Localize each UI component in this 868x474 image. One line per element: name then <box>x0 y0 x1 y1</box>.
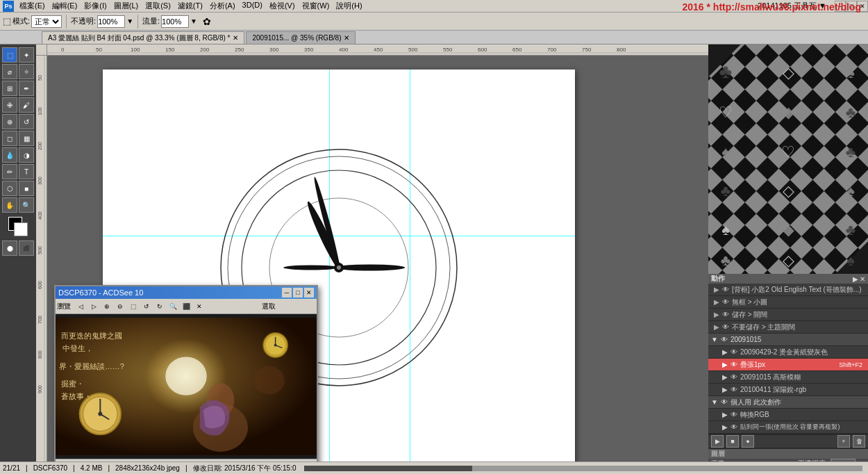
zoom-tool[interactable]: 🔍 <box>19 197 34 213</box>
menu-3d[interactable]: 3D(D) <box>240 1 265 11</box>
crop-tool[interactable]: ⊞ <box>2 81 17 96</box>
action-group-2-eye[interactable]: 👁 <box>722 298 729 306</box>
screen-mode-icon[interactable]: ⬛ <box>19 240 34 256</box>
new-action-button[interactable]: + <box>837 435 850 448</box>
menu-layer[interactable]: 圖層(L) <box>111 1 141 11</box>
pen-tool[interactable]: ✏ <box>2 164 17 179</box>
acdsee-btn-10[interactable]: ✕ <box>193 300 206 313</box>
group-person-eye[interactable]: 👁 <box>721 398 728 406</box>
blur-tool[interactable]: 💧 <box>2 147 17 163</box>
acdsee-minimize[interactable]: ─ <box>282 288 292 297</box>
tab-close-secondary[interactable]: ✕ <box>344 34 349 42</box>
action-item-20090429[interactable]: ▶ 👁 20090429-2 燙金黃紙變灰色 <box>708 346 868 359</box>
menu-file[interactable]: 檔案(E) <box>17 1 48 11</box>
acdsee-titlebar[interactable]: DSCP6370 - ACDSee 10 ─ □ ✕ <box>56 286 317 299</box>
action-group-4-eye[interactable]: 👁 <box>722 323 729 331</box>
acdsee-btn-1[interactable]: ◁ <box>74 300 87 313</box>
record-button[interactable]: ● <box>742 435 754 448</box>
layers-opacity-icon[interactable]: ▼ <box>858 460 865 462</box>
menu-window[interactable]: 視窗(W) <box>299 1 333 11</box>
shape-tool[interactable]: ■ <box>19 181 34 196</box>
layers-opacity-input[interactable] <box>831 459 856 461</box>
airbrush-icon[interactable]: ✿ <box>203 16 211 27</box>
menu-select[interactable]: 選取(S) <box>142 1 174 11</box>
play-button[interactable]: ▶ <box>711 435 724 448</box>
healing-brush[interactable]: ✙ <box>2 97 17 113</box>
item-20090429-eye[interactable]: 👁 <box>731 348 737 356</box>
menu-help[interactable]: 說明(H) <box>333 1 365 11</box>
panel-action-buttons[interactable]: ▶ ✕ <box>853 275 865 283</box>
acdsee-btn-5[interactable]: ⬚ <box>127 300 140 313</box>
selection-tool[interactable]: ⬚ <box>2 47 17 63</box>
action-group-3[interactable]: ▶ 👁 儲存 > 開闊 <box>708 309 868 321</box>
action-tab[interactable]: 動作 <box>711 274 725 284</box>
acdsee-image-area[interactable]: 而更迭的鬼牌之國 中發生， 界・愛麗絲談……? 掘蜜・ 蒼故事・ <box>56 314 317 459</box>
delete-action-button[interactable]: 🗑 <box>853 435 865 448</box>
quick-mask-icon[interactable]: ⬤ <box>2 240 17 256</box>
dodge-tool[interactable]: ◑ <box>19 147 34 163</box>
panel-close-icon[interactable]: ✕ <box>860 275 865 283</box>
acdsee-close[interactable]: ✕ <box>304 288 314 297</box>
brush-tool[interactable]: 🖌 <box>19 97 34 113</box>
acdsee-window-controls[interactable]: ─ □ ✕ <box>282 288 314 297</box>
action-group-person[interactable]: ▼ 👁 個人用 此次創作 <box>708 396 868 409</box>
main-menu[interactable]: 檔案(E) 編輯(E) 影像(I) 圖層(L) 選取(S) 濾鏡(T) 分析(A… <box>17 1 365 11</box>
acdsee-btn-9[interactable]: ⬛ <box>180 300 192 313</box>
menu-view[interactable]: 檢視(V) <box>267 1 298 11</box>
history-brush[interactable]: ↺ <box>19 114 34 129</box>
action-group-4[interactable]: ▶ 👁 不要儲存 > 主題開闊 <box>708 321 868 334</box>
tab-close-main[interactable]: ✕ <box>233 34 238 42</box>
magic-wand[interactable]: ✧ <box>19 64 34 79</box>
lasso-tool[interactable]: ⌀ <box>2 64 17 79</box>
action-group-3-eye[interactable]: 👁 <box>722 311 729 318</box>
opacity-icon[interactable]: ▼ <box>126 17 133 25</box>
item-20091015-eye[interactable]: 👁 <box>731 373 737 381</box>
mode-select[interactable]: 正常 <box>31 15 62 28</box>
eyedropper-tool[interactable]: ✒ <box>19 81 34 96</box>
color-swatch[interactable] <box>8 217 28 236</box>
menu-edit[interactable]: 編輯(E) <box>49 1 81 11</box>
canvas-content[interactable]: DSCP6370 - ACDSee 10 ─ □ ✕ 瀏覽 ◁ ▷ ⊕ ⊖ ⬚ … <box>47 56 708 461</box>
tab-main-doc[interactable]: A3 愛麗絲 貼到 B4 封面 04.psd @ 33.3% (圖層 8, RG… <box>42 31 244 44</box>
acdsee-btn-4[interactable]: ⊖ <box>114 300 126 313</box>
item-20100411-eye[interactable]: 👁 <box>731 386 737 393</box>
stop-button[interactable]: ■ <box>726 435 739 448</box>
path-tool[interactable]: ⬡ <box>2 181 17 196</box>
acdsee-btn-2[interactable]: ▷ <box>87 300 100 313</box>
move-tool[interactable]: ✦ <box>19 47 34 63</box>
acdsee-btn-3[interactable]: ⊕ <box>101 300 113 313</box>
item-paste-eye[interactable]: 👁 <box>731 423 737 431</box>
action-item-20091015[interactable]: ▶ 👁 20091015 高斯模糊 <box>708 371 868 384</box>
menu-image[interactable]: 影像(I) <box>81 1 109 11</box>
action-item-convert-rgb[interactable]: ▶ 👁 轉換RGB <box>708 409 868 421</box>
flow-input[interactable] <box>161 15 189 28</box>
acdsee-btn-7[interactable]: ↻ <box>153 300 166 313</box>
action-item-paste[interactable]: ▶ 👁 貼到同一張(使用批次 容量要再複製) <box>708 421 868 434</box>
opacity-input[interactable] <box>97 15 125 28</box>
menu-filter[interactable]: 濾鏡(T) <box>175 1 206 11</box>
panel-menu-icon[interactable]: ▶ <box>853 275 858 283</box>
item-die-eye[interactable]: 👁 <box>731 361 737 368</box>
action-item-die-1px[interactable]: ▶ 👁 疊張1px Shift+F2 <box>708 359 868 371</box>
item-rgb-eye[interactable]: 👁 <box>731 411 737 418</box>
background-color[interactable] <box>14 222 28 236</box>
acdsee-maximize[interactable]: □ <box>293 288 303 297</box>
acdsee-window[interactable]: DSCP6370 - ACDSee 10 ─ □ ✕ 瀏覽 ◁ ▷ ⊕ ⊖ ⬚ … <box>54 285 318 461</box>
action-item-20100411[interactable]: ▶ 👁 20100411 深陽銳-rgb <box>708 384 868 396</box>
hand-tool[interactable]: ✋ <box>2 197 17 213</box>
group-2009-eye[interactable]: 👁 <box>721 336 728 343</box>
gradient-tool[interactable]: ▦ <box>19 131 34 146</box>
clone-tool[interactable]: ⊕ <box>2 114 17 129</box>
action-group-2009[interactable]: ▼ 👁 20091015 <box>708 334 868 346</box>
eraser-tool[interactable]: ◻ <box>2 131 17 146</box>
action-group-1-eye[interactable]: 👁 <box>722 286 729 293</box>
action-group-1[interactable]: ▶ 👁 [背框] 小匙2 Old English Text (哥德裝飾...) <box>708 284 868 296</box>
text-tool[interactable]: T <box>19 164 34 179</box>
layers-tab-header[interactable]: 圖層 <box>708 448 868 459</box>
tab-secondary-doc[interactable]: 20091015... @ 35% (RGB/8) ✕ <box>246 31 356 44</box>
acdsee-btn-6[interactable]: ↺ <box>140 300 153 313</box>
action-group-2[interactable]: ▶ 👁 無框 > 小圖 <box>708 296 868 309</box>
menu-analyze[interactable]: 分析(A) <box>207 1 238 11</box>
flow-icon[interactable]: ▼ <box>190 17 197 25</box>
acdsee-btn-8[interactable]: 🔍 <box>167 300 179 313</box>
